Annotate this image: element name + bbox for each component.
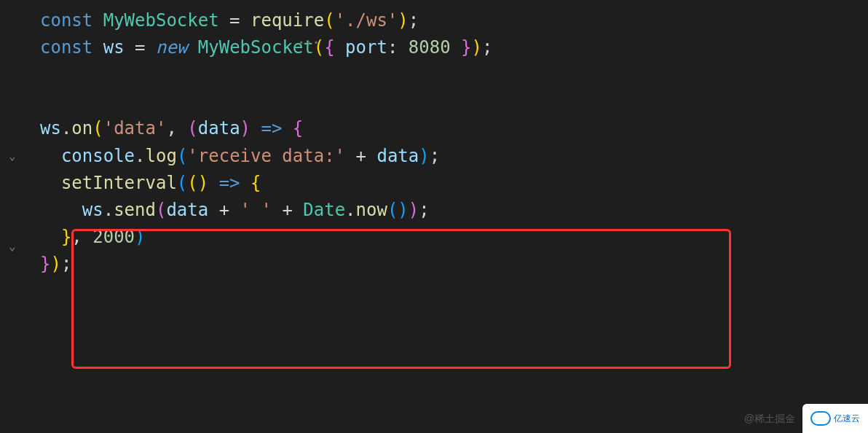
code-line[interactable]: const ws = new MyWebSocket({ port: 8080 … <box>0 34 868 61</box>
semicolon: ; <box>419 200 429 220</box>
keyword-const: const <box>40 37 92 58</box>
watermark-logo-text: 亿速云 <box>834 412 860 426</box>
string-literal: 'data' <box>103 118 167 139</box>
semicolon: ; <box>430 146 440 166</box>
code-line[interactable]: console.log('receive data:' + data); <box>0 143 868 170</box>
watermark-logo: 亿速云 <box>802 404 868 433</box>
fold-icon[interactable]: ⌄ <box>9 147 16 165</box>
paren-close: ) <box>398 200 408 220</box>
class-identifier: MyWebSocket <box>103 10 219 31</box>
number-literal: 8080 <box>409 37 451 58</box>
paren-open: ( <box>156 200 166 220</box>
semicolon: ; <box>482 37 492 58</box>
paren-close: ) <box>198 173 208 193</box>
method-now: now <box>356 200 387 220</box>
inline-hint-dots: ••• <box>299 36 321 50</box>
brace-open: { <box>324 37 334 58</box>
builtin-date: Date <box>303 200 345 220</box>
watermark-text: @稀土掘金 <box>744 411 795 427</box>
paren-close: ) <box>240 118 250 139</box>
paren-open: ( <box>177 173 187 193</box>
paren-close: ) <box>398 10 408 31</box>
paren-close: ) <box>409 200 419 220</box>
method-on: on <box>71 118 92 139</box>
semicolon: ; <box>61 254 71 274</box>
fn-setinterval: setInterval <box>61 173 177 193</box>
string-literal: './ws' <box>335 10 398 31</box>
semicolon: ; <box>409 10 419 31</box>
arrow-fn: => <box>219 173 240 193</box>
code-line[interactable]: }, 2000) <box>0 224 868 251</box>
function-require: require <box>250 10 324 31</box>
prop-port: port <box>345 37 387 58</box>
operator-plus: + <box>356 146 366 166</box>
method-log: log <box>146 146 177 166</box>
code-line[interactable] <box>0 88 868 115</box>
cloud-icon <box>810 411 831 426</box>
string-literal: 'receive data:' <box>187 146 345 166</box>
variable-ws: ws <box>103 37 125 58</box>
paren-open: ( <box>177 146 187 166</box>
dot: . <box>103 200 114 220</box>
fold-icon[interactable]: ⌄ <box>9 238 16 256</box>
keyword-const: const <box>40 10 92 31</box>
paren-open: ( <box>92 118 103 139</box>
paren-open: ( <box>324 10 334 31</box>
operator-assign: = <box>135 37 145 58</box>
code-line[interactable]: setInterval(() => { <box>0 170 868 197</box>
dot: . <box>61 118 71 139</box>
code-line[interactable]: ws.send(data + ' ' + Date.now()); <box>0 197 868 224</box>
brace-open: { <box>293 118 303 139</box>
arrow-fn: => <box>261 118 282 139</box>
paren-open: ( <box>187 173 197 193</box>
variable-data: data <box>166 200 208 220</box>
variable-ws: ws <box>40 118 61 139</box>
code-line[interactable]: ws.on('data', (data) => { <box>0 115 868 142</box>
paren-open: ( <box>387 200 398 220</box>
dot: . <box>135 146 145 166</box>
comma: , <box>166 118 176 139</box>
paren-close: ) <box>50 254 60 274</box>
class-identifier: MyWebSocket <box>198 37 314 58</box>
variable-ws: ws <box>82 200 103 220</box>
comma: , <box>71 227 82 247</box>
operator-plus: + <box>219 200 229 220</box>
param-data: data <box>198 118 240 139</box>
paren-open: ( <box>187 118 197 139</box>
paren-close: ) <box>472 37 482 58</box>
brace-close: } <box>461 37 471 58</box>
console-obj: console <box>61 146 135 166</box>
operator-plus: + <box>282 200 292 220</box>
string-literal: ' ' <box>240 200 272 220</box>
dot: . <box>345 200 355 220</box>
code-line[interactable] <box>0 61 868 88</box>
method-send: send <box>114 200 156 220</box>
number-literal: 2000 <box>92 227 135 247</box>
paren-close: ) <box>419 146 429 166</box>
brace-close: } <box>40 254 50 274</box>
code-line[interactable]: const MyWebSocket = require('./ws'); <box>0 7 868 34</box>
paren-close: ) <box>135 227 145 247</box>
brace-close: } <box>61 227 71 247</box>
colon: : <box>387 37 398 58</box>
operator-assign: = <box>229 10 240 31</box>
code-line[interactable]: }); <box>0 251 868 278</box>
keyword-new: new <box>156 37 187 58</box>
brace-open: { <box>250 173 261 193</box>
code-editor[interactable]: ⌄ ⌄ const MyWebSocket = require('./ws');… <box>0 0 868 286</box>
variable-data: data <box>376 146 419 166</box>
